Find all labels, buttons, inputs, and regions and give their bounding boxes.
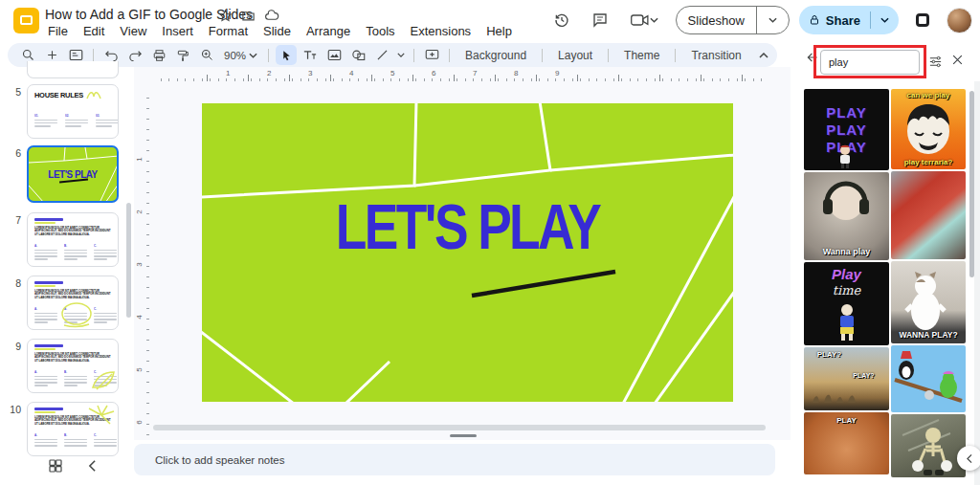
gif-search-input[interactable] xyxy=(820,50,920,75)
slideshow-button[interactable]: Slideshow xyxy=(677,7,756,33)
text-box-icon xyxy=(302,49,318,61)
chevron-left-icon xyxy=(966,453,973,464)
zoom-in-button[interactable] xyxy=(196,45,217,65)
leaf-doodle xyxy=(89,368,116,391)
share-button[interactable]: Share xyxy=(799,6,870,34)
gif-result-penguin-seesaw[interactable] xyxy=(891,345,966,412)
window-scrollbar-track[interactable] xyxy=(974,81,980,485)
menu-file[interactable]: File xyxy=(42,23,74,39)
thumb-slide-title: LET'S PLAY xyxy=(33,168,113,181)
printer-icon xyxy=(152,49,167,62)
menu-tools[interactable]: Tools xyxy=(360,23,400,39)
meet-call-button[interactable] xyxy=(624,6,666,34)
print-button[interactable] xyxy=(148,45,169,65)
line-dropdown[interactable] xyxy=(395,45,407,65)
shapes-icon xyxy=(351,49,366,61)
transition-button[interactable]: Transition xyxy=(682,49,749,62)
star-icon[interactable] xyxy=(218,9,233,23)
notes-resize-handle[interactable] xyxy=(450,434,477,437)
circle-doodle xyxy=(60,301,93,328)
slide-thumbnail-7[interactable]: LOREM IPSUM DOLOR SIT AMET, CONSECTETUR … xyxy=(27,212,119,267)
speaker-notes-box[interactable]: Click to add speaker notes xyxy=(134,444,775,475)
gif-result-orange-cat[interactable]: PLAY xyxy=(804,412,889,474)
text-box-button[interactable] xyxy=(300,45,321,65)
chevron-down-icon xyxy=(249,53,257,58)
collapse-filmstrip-icon[interactable] xyxy=(88,459,97,473)
undo-icon xyxy=(104,49,119,61)
chevron-down-icon xyxy=(880,17,889,23)
zoom-select[interactable]: 90% xyxy=(220,50,261,61)
slideshow-button-group: Slideshow xyxy=(676,6,790,34)
slide-number: 7 xyxy=(8,214,21,226)
slides-logo-glyph xyxy=(20,15,33,25)
version-history-button[interactable] xyxy=(547,6,576,34)
toolbar: 90% Background Layout Theme Transition xyxy=(8,43,777,67)
slide-thumbnail-9[interactable]: LOREM IPSUM DOLOR SIT AMET, CONSECTETUR … xyxy=(27,339,119,393)
mode-switch-button[interactable] xyxy=(908,6,937,34)
horizontal-scrollbar[interactable] xyxy=(153,425,766,430)
gif-result-play-play-play[interactable]: PLAYPLAYPLAY xyxy=(804,89,889,170)
slide-thumbnail-10[interactable]: LOREM IPSUM DOLOR SIT AMET, CONSECTETUR … xyxy=(27,402,119,456)
chevron-down-icon xyxy=(650,17,658,23)
zoom-value: 90% xyxy=(224,50,246,61)
slide-thumbnail-6-selected[interactable]: LET'S PLAY xyxy=(27,145,119,203)
menu-extensions[interactable]: Extensions xyxy=(405,23,478,39)
close-icon xyxy=(951,54,964,66)
gif-result-can-we-play[interactable]: can we play play terraria? xyxy=(891,89,966,169)
background-button[interactable]: Background xyxy=(457,49,535,62)
menu-slide[interactable]: Slide xyxy=(257,23,297,39)
slideshow-dropdown[interactable] xyxy=(757,7,789,33)
slide-number: 8 xyxy=(8,277,21,289)
horizontal-ruler: 1 2 3 4 5 6 7 8 9 xyxy=(153,69,766,81)
theme-button[interactable]: Theme xyxy=(615,49,668,62)
gif-result-kid-in-chair[interactable] xyxy=(891,171,966,259)
insert-shape-button[interactable] xyxy=(347,45,368,65)
filter-button[interactable] xyxy=(928,55,943,69)
redo-button[interactable] xyxy=(124,45,145,65)
tune-sliders-icon xyxy=(928,55,943,69)
baby-headphones xyxy=(817,178,871,222)
layout-button[interactable]: Layout xyxy=(549,49,601,62)
comments-button[interactable] xyxy=(586,6,614,34)
slides-logo[interactable] xyxy=(13,8,39,33)
menu-arrange[interactable]: Arrange xyxy=(301,23,356,39)
menu-insert[interactable]: Insert xyxy=(156,23,199,39)
omori-face xyxy=(902,100,954,156)
filmstrip-scrollbar[interactable] xyxy=(126,203,131,318)
back-button[interactable] xyxy=(806,51,819,64)
line-icon xyxy=(376,49,389,61)
share-dropdown[interactable] xyxy=(871,6,899,34)
menu-edit[interactable]: Edit xyxy=(78,23,110,39)
frames-icon xyxy=(69,49,83,61)
chevron-down-icon xyxy=(768,17,777,23)
insert-image-button[interactable] xyxy=(323,45,345,65)
paint-format-button[interactable] xyxy=(172,45,193,65)
hide-panel-fab[interactable] xyxy=(957,446,980,471)
penguin-seesaw-art xyxy=(891,345,966,412)
slide-page[interactable]: LET'S PLAY xyxy=(202,103,733,402)
title-underline xyxy=(472,272,615,296)
select-tool-button[interactable] xyxy=(276,45,297,65)
insert-comment-button[interactable] xyxy=(421,45,442,65)
slide-thumbnail-5[interactable]: HOUSE RULES 01. 02. 03. xyxy=(27,84,119,139)
collapse-toolbar-button[interactable] xyxy=(753,45,774,65)
vertical-ruler: 1 2 3 4 5 6 xyxy=(137,88,149,438)
move-folder-icon[interactable] xyxy=(241,9,256,23)
menu-format[interactable]: Format xyxy=(203,23,254,39)
gif-result-pelicans-play[interactable]: PLAY? PLAY? xyxy=(804,347,889,410)
account-avatar[interactable] xyxy=(947,8,972,33)
gif-result-wanna-play-baby[interactable]: Wanna play xyxy=(804,172,889,260)
slide-title-text[interactable]: LET'S PLAY xyxy=(239,195,696,259)
slide-number: 10 xyxy=(8,404,21,415)
menu-help[interactable]: Help xyxy=(480,23,518,39)
gif-result-wanna-play-cat[interactable]: WANNA PLAY? xyxy=(891,261,966,343)
slide-thumbnail-8[interactable]: LOREM IPSUM DOLOR SIT AMET, CONSECTETUR … xyxy=(27,276,119,330)
grid-view-icon[interactable] xyxy=(48,458,63,474)
close-panel-button[interactable] xyxy=(951,54,964,66)
starburst-doodle xyxy=(87,405,116,426)
cloud-status-icon[interactable] xyxy=(264,9,279,23)
menu-view[interactable]: View xyxy=(114,23,152,39)
gif-result-skeleton[interactable] xyxy=(891,414,966,477)
insert-line-button[interactable] xyxy=(371,45,392,65)
gif-result-play-time[interactable]: Play time xyxy=(804,262,889,345)
